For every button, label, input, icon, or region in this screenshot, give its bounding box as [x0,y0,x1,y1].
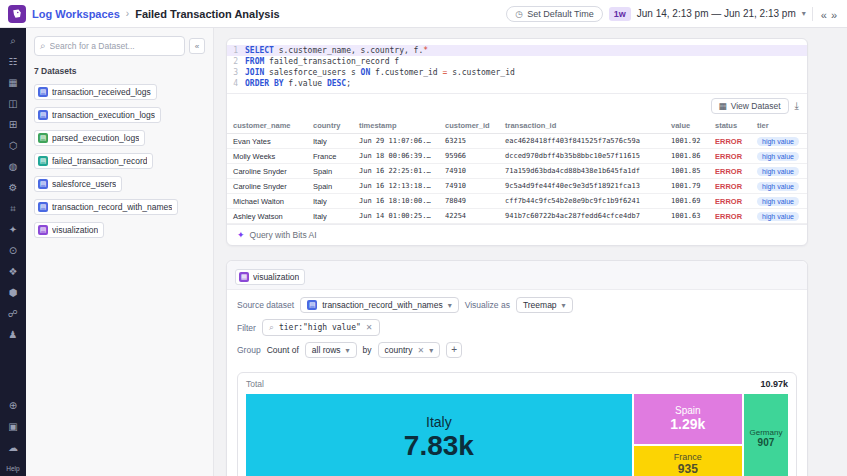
app-logo-icon[interactable] [8,5,26,23]
dataset-icon: ▤ [38,225,48,235]
dataset-item[interactable]: ▤transaction_record_with_names [34,199,178,215]
sidebar-icon[interactable]: ☷ [9,57,18,67]
sidebar-icon[interactable]: ☁ [8,443,18,453]
group-by-chip[interactable]: country ✕ ▾ [378,342,441,358]
cell: Jun 16 22:25:01.195 [353,164,439,179]
view-dataset-label: View Dataset [731,101,781,111]
filter-chip[interactable]: ⌕ tier:"high value" ✕ [262,319,380,336]
column-header[interactable]: transaction_id [499,118,665,134]
dataset-item[interactable]: ▤salesforce_users [34,176,122,192]
panel-collapse-button[interactable]: « [189,38,205,54]
column-header[interactable]: customer_id [439,118,499,134]
main-content: 1SELECT s.customer_name, s.country, f.*2… [214,28,847,476]
line-number: 4 [227,78,245,89]
cell: Jun 14 01:00:25.461 [353,209,439,224]
sidebar-icon[interactable]: ▣ [8,422,17,432]
breadcrumb-workspaces-link[interactable]: Log Workspaces [32,8,120,20]
time-range-text[interactable]: Jun 14, 2:13 pm — Jun 21, 2:13 pm [637,8,796,19]
add-group-button[interactable]: + [446,342,462,358]
table-row[interactable]: Caroline SnyderSpainJun 16 12:13:18.1897… [227,179,807,194]
search-icon: ⌕ [40,40,46,52]
dataset-label: failed_transaction_record [52,156,147,166]
treemap-block-france[interactable]: France935 [634,446,742,476]
sidebar-icon[interactable]: ⊕ [9,401,17,411]
sql-editor[interactable]: 1SELECT s.customer_name, s.country, f.*2… [227,39,807,93]
set-default-time-button[interactable]: ◷ Set Default Time [506,6,602,22]
help-label[interactable]: Help [6,465,19,472]
visualization-tag-label: visualization [253,272,299,282]
sidebar-icon[interactable]: ✦ [9,225,17,235]
table-row[interactable]: Evan YatesItalyJun 29 11:07:06.08663215e… [227,134,807,149]
treemap-block-italy[interactable]: Italy7.83k [246,394,632,476]
column-header[interactable]: status [709,118,751,134]
sidebar-icon[interactable]: ❖ [9,267,18,277]
cell: ERROR [709,179,751,194]
dataset-item[interactable]: ▤transaction_execution_logs [34,107,161,123]
sql-line: 4ORDER BY f.value DESC; [227,78,807,89]
sidebar-icon[interactable]: ♟ [9,330,18,340]
search-input[interactable] [50,41,179,51]
dataset-label: salesforce_users [52,179,116,189]
sidebar-icon[interactable]: ⊙ [9,246,17,256]
treemap: Italy7.83kSpain1.29kFrance935Germany907 [246,394,788,476]
skip-forward-icon[interactable]: » [829,9,839,21]
time-range-badge[interactable]: 1w [609,7,631,21]
sidebar-icon[interactable]: ◫ [8,99,17,109]
cell: high value [751,134,807,149]
cell: 941b7c60722b4ac287fedd64cfce4db7 [499,209,665,224]
sql-line: 1SELECT s.customer_name, s.country, f.* [227,45,807,56]
cell: 1001.63 [665,209,709,224]
visualize-as-select[interactable]: Treemap ▾ [516,297,573,313]
visualize-as-label: Visualize as [465,300,510,310]
sidebar-icon[interactable]: ◍ [9,162,18,172]
sidebar-icon[interactable]: ⬡ [9,141,18,151]
skip-back-icon[interactable]: « [819,9,829,21]
dataset-item[interactable]: ▤transaction_received_logs [34,84,157,100]
column-header[interactable]: timestamp [353,118,439,134]
close-icon[interactable]: ✕ [417,346,424,355]
dataset-icon: ▤ [307,300,317,310]
column-header[interactable]: value [665,118,709,134]
dataset-item[interactable]: ▤failed_transaction_record [34,153,153,169]
column-header[interactable]: tier [751,118,807,134]
source-dataset-select[interactable]: ▤ transaction_record_with_names ▾ [300,297,459,313]
view-dataset-button[interactable]: ▦ View Dataset [711,98,789,114]
dataset-item[interactable]: ▤visualization [34,222,104,238]
sidebar-icon[interactable]: ⬢ [9,288,18,298]
sidebar-icon[interactable]: ⊞ [9,120,17,130]
sidebar-icon[interactable]: ⌕ [10,36,16,46]
treemap-block-spain[interactable]: Spain1.29k [634,394,742,444]
column-header[interactable]: country [307,118,353,134]
close-icon[interactable]: ✕ [366,323,373,332]
sql-code-line: JOIN salesforce_users s ON f.customer_id… [245,67,515,78]
chevron-down-icon[interactable]: ▾ [802,9,806,18]
treemap-block-germany[interactable]: Germany907 [744,394,788,476]
dataset-icon: ▤ [38,156,48,166]
visualization-tag[interactable]: ▦ visualization [235,269,305,285]
table-row[interactable]: Caroline SnyderSpainJun 16 22:25:01.1957… [227,164,807,179]
sql-line: 3JOIN salesforce_users s ON f.customer_i… [227,67,807,78]
cell: ERROR [709,164,751,179]
query-bits-ai-button[interactable]: Query with Bits AI [250,230,317,240]
dataset-item[interactable]: ▤parsed_execution_logs [34,130,145,146]
sidebar-icon[interactable]: ⚙ [9,183,18,193]
sidebar-icon[interactable]: ☍ [8,309,18,319]
table-row[interactable]: Molly WeeksFranceJun 18 00:06:39.8489596… [227,149,807,164]
datasets-count: 7 Datasets [34,66,205,76]
table-row[interactable]: Ashley WatsonItalyJun 14 01:00:25.461422… [227,209,807,224]
dataset-icon: ▤ [38,110,48,120]
sidebar-icon[interactable]: ▦ [8,78,17,88]
column-header[interactable]: customer_name [227,118,307,134]
status-badge: ERROR [715,152,742,161]
sidebar-icon[interactable]: ⌗ [10,204,16,214]
dataset-search[interactable]: ⌕ [34,36,185,56]
treemap-block-name: Spain [675,405,701,416]
cell: 74910 [439,179,499,194]
body-row: ⌕☷▦◫⊞⬡◍⚙⌗✦⊙❖⬢☍♟ ⊕▣☁ Help ⌕ « 7 Datasets … [0,28,847,476]
table-row[interactable]: Michael WaltonItalyJun 16 18:10:00.92678… [227,194,807,209]
cell: 1001.92 [665,134,709,149]
download-icon[interactable]: ⤓ [795,100,799,112]
status-badge: ERROR [715,212,742,221]
tier-badge: high value [757,152,799,161]
rows-select[interactable]: all rows ▾ [305,342,357,358]
